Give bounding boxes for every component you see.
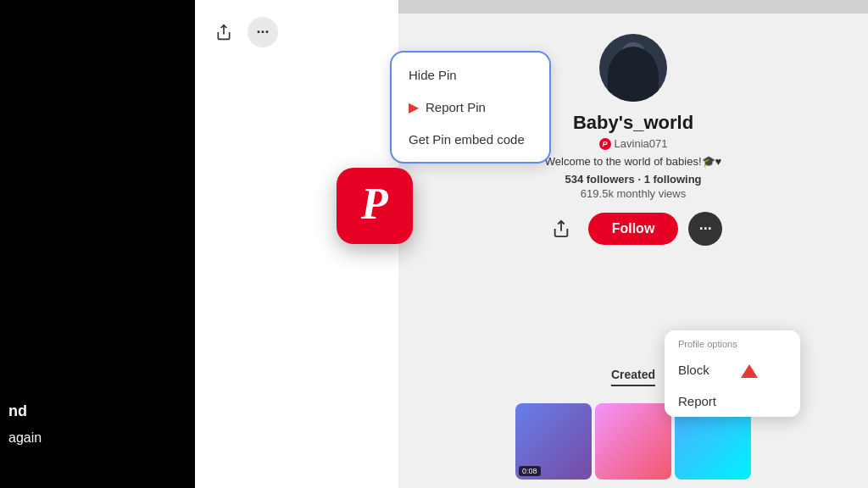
left-text-2: again <box>8 430 42 446</box>
left-text-1: nd <box>8 402 27 420</box>
profile-share-button[interactable] <box>544 212 578 246</box>
hide-pin-item[interactable]: Hide Pin <box>392 59 549 91</box>
thumbnail-1: 0:08 <box>515 403 592 480</box>
profile-username: Lavinia071 <box>615 137 668 150</box>
tab-created[interactable]: Created <box>611 364 655 386</box>
embed-code-label: Get Pin embed code <box>409 132 525 147</box>
pin-card: ··· Hide Pin ▶ Report Pin Get Pin embed … <box>195 0 398 488</box>
block-item[interactable]: Block <box>665 354 800 385</box>
avatar-body <box>608 47 659 102</box>
profile-bio: Welcome to the world of babies!🎓♥ <box>545 155 721 168</box>
action-buttons-row: Follow ··· <box>544 212 723 246</box>
top-bar <box>398 0 868 14</box>
profile-views: 619.5k monthly views <box>581 187 686 200</box>
embed-code-item[interactable]: Get Pin embed code <box>392 124 549 155</box>
hide-pin-label: Hide Pin <box>409 68 457 82</box>
pin-card-header: ··· <box>209 17 385 47</box>
more-options-button[interactable]: ··· <box>248 17 278 47</box>
pinterest-letter: P <box>361 182 388 226</box>
pinterest-small-icon: P <box>599 138 611 150</box>
profile-stats: 534 followers · 1 following <box>565 173 701 186</box>
report-label: Report <box>678 394 716 408</box>
profile-dropdown-title: Profile options <box>665 330 800 354</box>
profile-avatar <box>599 34 667 102</box>
follow-button[interactable]: Follow <box>588 213 679 245</box>
black-background: nd again <box>0 0 195 488</box>
profile-tabs: Created <box>611 364 655 386</box>
report-item[interactable]: Report <box>665 385 800 417</box>
report-pin-item[interactable]: ▶ Report Pin <box>392 91 549 124</box>
red-arrow-left-icon: ▶ <box>409 99 419 115</box>
thumbnail-2 <box>595 403 671 480</box>
red-arrow-up-icon <box>741 364 758 378</box>
profile-dropdown-menu: Profile options Block Report <box>665 330 800 417</box>
profile-more-button[interactable]: ··· <box>688 212 722 246</box>
profile-name: Baby's_world <box>573 112 693 134</box>
left-panel: nd again ··· Hide Pin ▶ Report Pin <box>0 0 398 488</box>
share-button[interactable] <box>209 17 239 47</box>
report-pin-label: Report Pin <box>426 100 486 114</box>
pin-dropdown-menu: Hide Pin ▶ Report Pin Get Pin embed code <box>390 51 551 164</box>
block-label: Block <box>678 363 709 377</box>
profile-username-row: P Lavinia071 <box>599 137 668 150</box>
pinterest-logo: P <box>337 168 413 244</box>
thumb-badge-1: 0:08 <box>519 466 541 476</box>
